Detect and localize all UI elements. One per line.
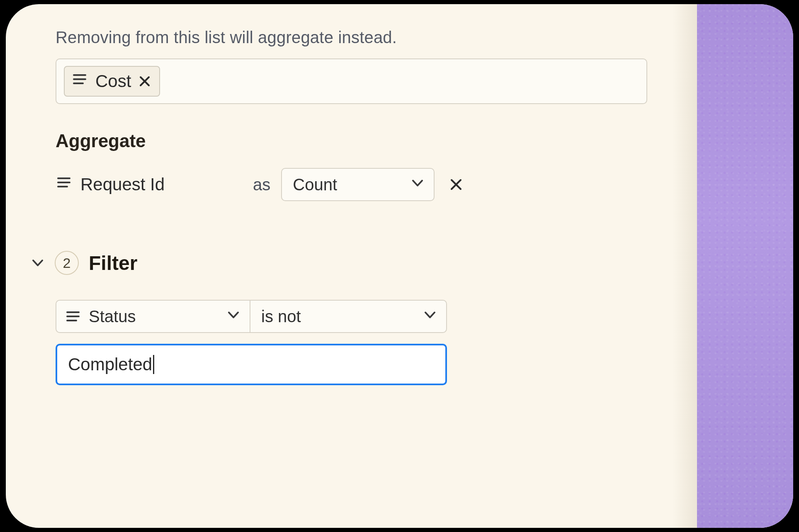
filter-operator-select[interactable]: is not xyxy=(250,300,447,333)
aggregate-function-select[interactable]: Count xyxy=(281,168,435,201)
aggregate-as-label: as xyxy=(253,175,270,194)
decorative-side-stripe xyxy=(697,4,793,528)
aggregate-remove-button[interactable] xyxy=(445,174,467,195)
text-caret xyxy=(153,355,154,374)
aggregate-field-label: Request Id xyxy=(80,175,165,194)
filter-heading: Filter xyxy=(89,252,137,275)
filter-field-select[interactable]: Status xyxy=(56,300,250,333)
chip-remove-icon[interactable] xyxy=(138,75,151,87)
filter-value-text: Completed xyxy=(68,355,152,374)
groupby-helper-text: Removing from this list will aggregate i… xyxy=(56,28,647,47)
filter-section-header: 2 Filter xyxy=(31,251,647,275)
groupby-field-box[interactable]: Cost xyxy=(56,58,647,104)
chevron-down-icon xyxy=(423,307,437,326)
filter-disclosure-toggle[interactable] xyxy=(31,256,45,270)
aggregate-heading: Aggregate xyxy=(56,131,647,151)
filter-field-value: Status xyxy=(89,307,136,326)
chevron-down-icon xyxy=(226,307,240,326)
aggregate-row: Request Id as Count xyxy=(56,168,647,201)
config-panel: Removing from this list will aggregate i… xyxy=(6,4,697,528)
chip-label: Cost xyxy=(95,71,131,91)
aggregate-function-value: Count xyxy=(293,175,337,194)
list-icon xyxy=(65,308,81,325)
list-icon xyxy=(56,174,72,195)
groupby-chip[interactable]: Cost xyxy=(64,66,160,97)
filter-condition-row: Status is not xyxy=(56,300,447,333)
filter-value-input[interactable]: Completed xyxy=(56,344,447,385)
aggregate-field[interactable]: Request Id xyxy=(56,174,242,195)
chevron-down-icon xyxy=(410,175,425,194)
list-icon xyxy=(71,71,88,92)
filter-step-badge: 2 xyxy=(55,251,79,275)
filter-operator-value: is not xyxy=(261,307,301,326)
